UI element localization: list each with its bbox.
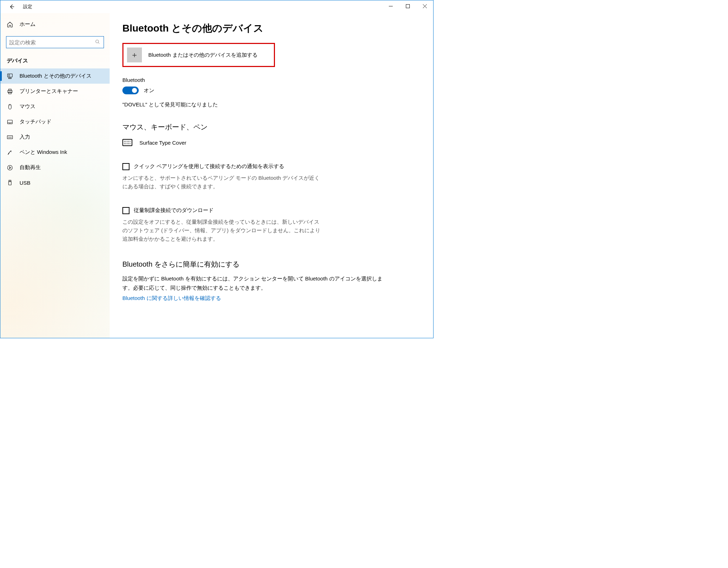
add-device-label: Bluetooth またはその他のデバイスを追加する [148, 52, 258, 59]
sidebar-item-autoplay[interactable]: 自動再生 [0, 160, 110, 175]
sidebar-item-mouse[interactable]: マウス [0, 99, 110, 114]
sidebar-item-label: マウス [20, 103, 35, 110]
sidebar-item-label: 入力 [20, 134, 30, 140]
metered-download-label: 従量制課金接続でのダウンロード [134, 207, 214, 214]
close-button[interactable] [416, 0, 433, 12]
sidebar-item-label: ペンと Windows Ink [20, 149, 67, 156]
home-nav[interactable]: ホーム [0, 17, 110, 31]
toggle-knob [132, 88, 137, 93]
more-section-desc: 設定を開かずに Bluetooth を有効にするには、アクション センターを開い… [122, 274, 392, 292]
main-content: Bluetooth とその他のデバイス ＋ Bluetooth またはその他のデ… [110, 13, 433, 338]
sidebar-item-pen[interactable]: ペンと Windows Ink [0, 145, 110, 160]
sidebar-item-label: Bluetooth とその他のデバイス [20, 73, 92, 79]
svg-rect-3 [9, 78, 11, 78]
sidebar-item-label: タッチパッド [20, 118, 51, 125]
sidebar-item-touchpad[interactable]: タッチパッド [0, 114, 110, 129]
sidebar-item-label: 自動再生 [20, 164, 41, 171]
sidebar-item-typing[interactable]: 入力 [0, 129, 110, 145]
window-title: 設定 [23, 4, 32, 10]
svg-rect-12 [9, 180, 11, 182]
minimize-icon [389, 4, 393, 8]
metered-download-checkbox[interactable] [122, 207, 129, 214]
maximize-icon [406, 4, 410, 8]
svg-rect-2 [7, 74, 12, 77]
bluetooth-info-link[interactable]: Bluetooth に関する詳しい情報を確認する [122, 295, 425, 302]
device-name: Surface Type Cover [139, 140, 186, 146]
keyboard-icon [7, 134, 13, 140]
add-device-button[interactable]: ＋ Bluetooth またはその他のデバイスを追加する [122, 43, 275, 67]
home-icon [7, 21, 13, 28]
window-controls [382, 0, 433, 12]
touchpad-icon [7, 119, 13, 125]
svg-rect-10 [7, 135, 13, 139]
search-input[interactable] [9, 39, 101, 45]
search-icon [95, 39, 100, 45]
svg-rect-0 [406, 4, 409, 8]
maximize-button[interactable] [399, 0, 416, 12]
printer-icon [7, 88, 13, 95]
metered-download-desc: この設定をオフにすると、従量制課金接続を使っているときには、新しいデバイスのソフ… [122, 218, 321, 243]
page-title: Bluetooth とその他のデバイス [122, 22, 425, 35]
sidebar-item-usb[interactable]: USB [0, 175, 110, 190]
device-group-title: マウス、キーボード、ペン [122, 122, 425, 132]
quick-pairing-desc: オンにすると、サポートされているペアリング モードの Bluetooth デバイ… [122, 174, 321, 191]
svg-rect-13 [9, 182, 11, 185]
svg-point-1 [96, 40, 99, 43]
svg-rect-4 [9, 74, 10, 76]
plus-icon: ＋ [127, 48, 142, 62]
device-item[interactable]: Surface Type Cover [122, 137, 425, 163]
sidebar: ホーム デバイス Bluetooth とその他のデバイス プリンターとスキャナー… [0, 13, 110, 338]
bluetooth-section-label: Bluetooth [122, 77, 425, 83]
quick-pairing-label: クイック ペアリングを使用して接続するための通知を表示する [134, 163, 284, 170]
arrow-left-icon [9, 4, 15, 10]
autoplay-icon [7, 165, 13, 171]
quick-pairing-checkbox[interactable] [122, 163, 129, 170]
sidebar-item-bluetooth[interactable]: Bluetooth とその他のデバイス [0, 68, 110, 84]
close-icon [423, 4, 427, 8]
svg-point-11 [7, 165, 12, 170]
more-section-title: Bluetooth をさらに簡単に有効にする [122, 260, 425, 269]
category-header: デバイス [0, 55, 110, 68]
device-icon [7, 73, 13, 79]
back-button[interactable] [6, 1, 17, 12]
svg-rect-6 [9, 89, 11, 90]
sidebar-item-label: プリンターとスキャナー [20, 88, 78, 95]
keyboard-icon [122, 139, 132, 146]
discoverable-text: "DOVELL" として発見可能になりました [122, 101, 425, 108]
toggle-state-label: オン [144, 87, 154, 94]
bluetooth-toggle[interactable] [122, 87, 139, 94]
sidebar-item-printers[interactable]: プリンターとスキャナー [0, 84, 110, 99]
home-label: ホーム [20, 21, 35, 28]
titlebar: 設定 [0, 0, 433, 13]
search-input-wrapper[interactable] [6, 36, 104, 48]
usb-icon [7, 179, 13, 186]
pen-icon [7, 149, 13, 156]
svg-rect-7 [9, 92, 11, 94]
minimize-button[interactable] [382, 0, 399, 12]
sidebar-item-label: USB [20, 180, 31, 186]
mouse-icon [7, 104, 13, 110]
